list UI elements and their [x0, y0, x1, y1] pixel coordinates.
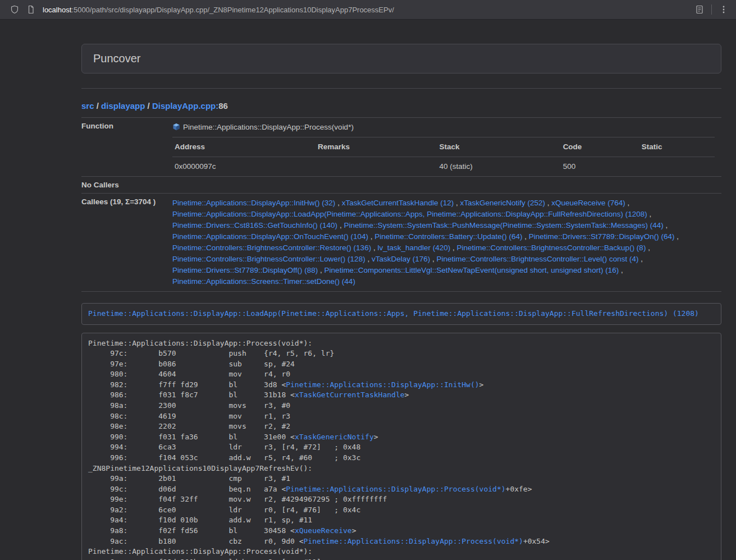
- column-header: Static: [639, 137, 715, 157]
- callee-link[interactable]: Pinetime::Applications::DisplayApp::Init…: [172, 199, 335, 207]
- app-header: Puncover: [81, 44, 721, 74]
- callee-link[interactable]: Pinetime::Controllers::BrightnessControl…: [457, 244, 646, 252]
- page-icon[interactable]: [26, 5, 35, 14]
- callee-link[interactable]: Pinetime::Applications::DisplayApp::OnTo…: [172, 232, 368, 241]
- disassembly-code-block: Pinetime::Applications::DisplayApp::Proc…: [81, 333, 721, 560]
- column-header: Address: [172, 137, 316, 157]
- browser-toolbar: localhost:5000/path/src/displayapp/Displ…: [0, 0, 736, 20]
- no-callers-cell: [166, 177, 721, 194]
- callee-separator: ,: [337, 221, 344, 229]
- callee-separator: ,: [450, 244, 456, 252]
- callee-link[interactable]: Pinetime::Drivers::Cst816S::GetTouchInfo…: [172, 221, 337, 229]
- callee-link[interactable]: vTaskDelay (176): [372, 255, 430, 263]
- callee-separator: ,: [365, 255, 372, 263]
- callee-separator: ,: [430, 255, 436, 263]
- callee-link[interactable]: Pinetime::Applications::DisplayApp::Load…: [172, 210, 647, 218]
- callee-link[interactable]: lv_task_handler (420): [377, 244, 450, 252]
- address-table: AddressRemarksStackCodeStatic 0x0000097c…: [172, 137, 715, 176]
- value-cell: 40 (static): [437, 157, 560, 177]
- breadcrumb-link[interactable]: src: [81, 101, 94, 111]
- callee-separator: ,: [371, 244, 377, 252]
- callee-separator: ,: [523, 232, 529, 241]
- page-title: Puncover: [93, 52, 141, 65]
- callee-link[interactable]: Pinetime::Controllers::BrightnessControl…: [172, 255, 365, 263]
- code-symbol-link[interactable]: Pinetime::Applications::DisplayApp::Init…: [286, 380, 479, 389]
- url-bar[interactable]: localhost:5000/path/src/displayapp/Displ…: [43, 6, 688, 14]
- column-header: Remarks: [316, 137, 437, 157]
- callee-link[interactable]: xTaskGenericNotify (252): [460, 199, 546, 207]
- callee-link[interactable]: xTaskGetCurrentTaskHandle (12): [342, 199, 454, 207]
- shield-icon[interactable]: [10, 5, 19, 14]
- callee-separator: ,: [368, 232, 374, 241]
- breadcrumb: src / displayapp / DisplayApp.cpp:86: [81, 101, 721, 111]
- callee-separator: ,: [545, 199, 551, 207]
- breadcrumb-link[interactable]: DisplayApp.cpp:: [152, 101, 218, 111]
- breadcrumb-text: /: [94, 101, 102, 111]
- value-cell: 0x0000097c: [172, 157, 316, 177]
- code-symbol-link[interactable]: Pinetime::Applications::DisplayApp::Proc…: [286, 485, 505, 493]
- url-path: :5000/path/src/displayapp/DisplayApp.cpp…: [71, 6, 394, 14]
- callee-separator: ,: [646, 244, 650, 252]
- menu-kebab-icon[interactable]: [719, 5, 728, 14]
- column-header: Stack: [437, 137, 560, 157]
- function-table: Function Pinetime::Applications::Display…: [81, 117, 721, 292]
- callees-label: Callees (19, Σ=3704 ): [81, 194, 166, 292]
- code-symbol-link[interactable]: Pinetime::Applications::DisplayApp::Proc…: [304, 537, 523, 545]
- function-row: Function Pinetime::Applications::Display…: [81, 118, 721, 177]
- value-cell: 500: [561, 157, 639, 177]
- callee-separator: ,: [674, 232, 679, 241]
- callee-separator: ,: [647, 210, 652, 218]
- callee-link[interactable]: Pinetime::Drivers::St7789::DisplayOff() …: [172, 266, 318, 274]
- reader-mode-icon[interactable]: [695, 5, 704, 14]
- address-table-values: 0x0000097c40 (static)500: [172, 157, 715, 177]
- callee-separator: ,: [664, 221, 668, 229]
- function-label: Function: [81, 118, 166, 177]
- function-name: Pinetime::Applications::DisplayApp::Proc…: [183, 123, 354, 131]
- no-callers-row: No Callers: [81, 177, 721, 194]
- no-callers-label: No Callers: [81, 177, 166, 194]
- code-symbol-link[interactable]: xQueueReceive: [295, 526, 352, 535]
- callee-separator: ,: [639, 255, 643, 263]
- address-table-header: AddressRemarksStackCodeStatic: [172, 137, 715, 157]
- function-cell: Pinetime::Applications::DisplayApp::Proc…: [166, 118, 721, 177]
- callee-link[interactable]: Pinetime::Drivers::St7789::DisplayOn() (…: [529, 232, 675, 241]
- code-symbol-link[interactable]: xTaskGenericNotify: [295, 433, 374, 441]
- callee-separator: ,: [454, 199, 460, 207]
- callee-link[interactable]: Pinetime::Controllers::Battery::Update()…: [374, 232, 522, 241]
- callee-separator: ,: [335, 199, 341, 207]
- column-header: Code: [561, 137, 639, 157]
- page-container: Puncover src / displayapp / DisplayApp.c…: [81, 44, 721, 560]
- callee-link[interactable]: Pinetime::Controllers::BrightnessControl…: [172, 244, 371, 252]
- highlighted-symbol-box: Pinetime::Applications::DisplayApp::Load…: [81, 303, 721, 325]
- url-host: localhost: [43, 6, 71, 14]
- toolbar-divider: [711, 4, 712, 15]
- function-icon: [172, 123, 180, 131]
- callees-row: Callees (19, Σ=3704 ) Pinetime::Applicat…: [81, 194, 721, 292]
- highlighted-symbol-link[interactable]: Pinetime::Applications::DisplayApp::Load…: [88, 309, 699, 318]
- callee-link[interactable]: xQueueReceive (764): [551, 199, 625, 207]
- callee-link[interactable]: Pinetime::System::SystemTask::PushMessag…: [344, 221, 663, 229]
- code-symbol-link[interactable]: xTaskGetCurrentTaskHandle: [295, 391, 405, 399]
- value-cell: [316, 157, 437, 177]
- callee-separator: ,: [318, 266, 324, 274]
- breadcrumb-text: 86: [218, 101, 228, 111]
- callees-list: Pinetime::Applications::DisplayApp::Init…: [166, 194, 721, 292]
- callee-link[interactable]: Pinetime::Controllers::BrightnessControl…: [436, 255, 638, 263]
- callee-separator: ,: [619, 266, 623, 274]
- breadcrumb-text: /: [145, 101, 152, 111]
- callee-separator: ,: [625, 199, 630, 207]
- callee-link[interactable]: Pinetime::Applications::Screens::Timer::…: [172, 277, 355, 286]
- callee-link[interactable]: Pinetime::Components::LittleVgl::SetNewT…: [324, 266, 619, 274]
- value-cell: [639, 157, 715, 177]
- breadcrumb-link[interactable]: displayapp: [101, 101, 145, 111]
- divider: [81, 88, 721, 89]
